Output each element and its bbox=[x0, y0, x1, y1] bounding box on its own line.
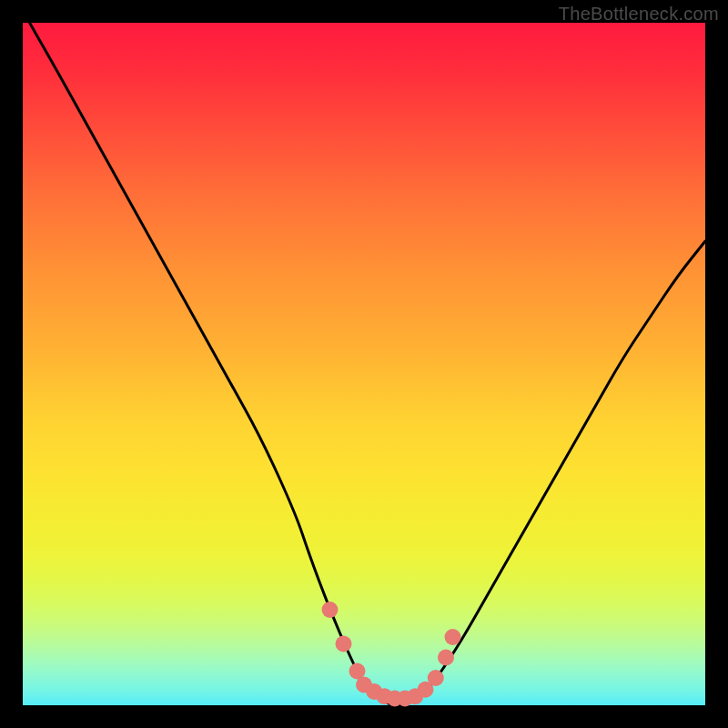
dots-group bbox=[322, 602, 461, 707]
bottleneck-curve-path bbox=[30, 23, 706, 705]
curve-group bbox=[30, 23, 706, 705]
highlight-dot bbox=[336, 636, 352, 652]
watermark-text: TheBottleneck.com bbox=[559, 4, 719, 25]
highlight-dot bbox=[428, 670, 444, 686]
highlight-dot bbox=[322, 602, 339, 618]
plot-area bbox=[23, 23, 705, 705]
outer-frame: TheBottleneck.com bbox=[0, 0, 728, 728]
highlight-dot bbox=[445, 629, 461, 645]
curve-svg bbox=[23, 23, 705, 705]
highlight-dot bbox=[438, 650, 454, 666]
